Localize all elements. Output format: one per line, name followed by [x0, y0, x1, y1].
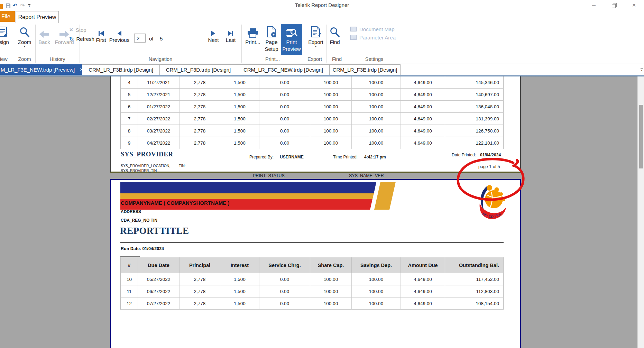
doc-tab-label: CRM_LR_F3D.trdp [Design]	[166, 67, 231, 73]
vertical-scrollbar[interactable]	[637, 76, 644, 348]
back-button[interactable]: Back	[36, 24, 53, 56]
page-setup-label-2: Setup	[265, 46, 278, 52]
table-header-row: #Due DatePrincipalInterestService Chrg.S…	[121, 257, 503, 273]
table-row: 411/27/2021 2,7781,500 0.00100.00 100.00…	[121, 76, 503, 89]
svg-text:PFCCO 1960: PFCCO 1960	[482, 212, 502, 219]
page-setup-icon	[266, 24, 277, 38]
column-header: Amount Due	[401, 257, 445, 273]
doc-tab-f3e[interactable]: CRM_LR_F3E.trdp [Design]	[330, 64, 401, 75]
table-row: 601/27/2022 2,7781,500 0.00100.00 100.00…	[121, 101, 503, 113]
column-header: Principal	[180, 257, 220, 273]
page-of-label: of	[149, 36, 154, 42]
parameter-area-label: Parameter Area	[359, 35, 396, 40]
zoom-button[interactable]: Zoom ▼	[15, 24, 34, 56]
date-printed-value: 01/04/2024	[480, 153, 501, 157]
group-label-history: History	[44, 56, 71, 63]
provider-name: SYS_PROVIDER	[121, 150, 173, 158]
close-icon[interactable]: ✕	[80, 67, 82, 72]
export-icon	[310, 24, 322, 38]
ribbon-body: esign Zoom ▼ Back Forward ✕ Stop	[0, 23, 644, 64]
group-separator	[35, 25, 36, 63]
first-page-button[interactable]: First	[93, 27, 109, 58]
tab-list-dropdown-icon[interactable]: ▼	[641, 66, 643, 73]
chevron-down-icon: ▼	[23, 45, 26, 48]
parameter-area-button[interactable]: Parameter Area	[350, 34, 396, 41]
forward-icon	[58, 24, 70, 38]
doc-tab-label: M_LR_F3E_NEW.trdp [Preview]	[1, 67, 75, 73]
doc-tab-preview-active[interactable]: M_LR_F3E_NEW.trdp [Preview] ✕	[0, 64, 82, 75]
column-header: Outstanding Bal.	[445, 257, 504, 273]
print-status: PRINT_STATUS	[253, 173, 285, 178]
company-address: ADDRESS	[121, 209, 141, 214]
doc-tab-label: CRM_LR_F3C_NEW.trdp [Design]	[243, 67, 323, 73]
page-total-label: 5	[160, 36, 163, 42]
last-page-button[interactable]: Last	[223, 27, 238, 58]
minimize-button[interactable]: ─	[584, 0, 604, 10]
find-icon	[329, 24, 340, 38]
group-separator	[241, 25, 242, 63]
previous-page-button[interactable]: Previous	[109, 27, 129, 58]
time-printed-value: 4:42:17 pm	[364, 155, 386, 159]
column-header: Savings Dep.	[352, 257, 401, 273]
company-registration: CDA_REG_NO TIN	[121, 218, 157, 223]
find-button[interactable]: Find	[326, 24, 343, 56]
report-page-2: PFCCO 1960 COMPANYNAME ( COMPANYSHORTNAM…	[110, 179, 521, 348]
document-map-icon	[350, 27, 357, 31]
provider-tin: SYS_PROVIDER_TIN	[121, 168, 157, 173]
print-preview-button[interactable]: Print Preview	[281, 24, 302, 55]
table-row: 1207/27/2022 2,7781,500 0.00100.00 100.0…	[121, 297, 503, 310]
table-row: 803/27/2022 2,7781,500 0.00100.00 100.00…	[121, 125, 503, 137]
zoom-label: Zoom	[18, 39, 31, 45]
titlebar: ↶ ↷ ▼ Telerik Report Designer ─ ✕	[0, 0, 644, 11]
chevron-down-icon: ▼	[314, 45, 317, 48]
column-header: Service Chrg.	[259, 257, 310, 273]
table-row: 702/27/2022 2,7781,500 0.00100.00 100.00…	[121, 113, 503, 125]
table-row: 1106/27/2022 2,7781,500 0.00100.00 100.0…	[121, 285, 503, 297]
restore-button[interactable]	[604, 0, 624, 10]
zoom-icon	[19, 24, 30, 38]
design-button[interactable]: esign	[0, 24, 12, 56]
close-button[interactable]: ✕	[624, 0, 644, 10]
doc-tab-f3b[interactable]: CRM_LR_F3B.trdp [Design]	[82, 64, 160, 75]
group-label-navigation: Navigation	[140, 56, 181, 63]
provider-location: SYS_PROVIDER_LOCATION,	[121, 164, 170, 168]
hash-column-tick	[120, 256, 140, 257]
loan-table-page2: #Due DatePrincipalInterestService Chrg.S…	[120, 257, 504, 310]
doc-tab-label: CRM_LR_F3E.trdp [Design]	[333, 67, 397, 73]
window-controls: ─ ✕	[584, 0, 644, 11]
ribbon-tab-row: File Report Preview	[0, 11, 644, 23]
scrollbar-thumb[interactable]	[639, 105, 643, 168]
export-button[interactable]: Export ▼	[306, 24, 326, 56]
page-number-input[interactable]	[134, 34, 146, 43]
red-circle-annotation	[455, 157, 526, 202]
document-map-button[interactable]: Document Map	[350, 25, 395, 33]
report-preview-area: 411/27/2021 2,7781,500 0.00100.00 100.00…	[0, 76, 637, 348]
report-title: REPORTTITLE	[120, 226, 189, 236]
print-preview-label-2: Preview	[282, 46, 301, 52]
page-setup-label-1: Page	[265, 39, 277, 45]
company-name: COMPANYNAME ( COMPANYSHORTNAME )	[121, 200, 229, 206]
print-button[interactable]: Print...	[243, 24, 262, 56]
first-icon	[98, 27, 104, 36]
run-date: Run Date: 01/04/2024	[121, 246, 164, 251]
back-icon	[38, 24, 50, 38]
group-separator	[402, 25, 402, 63]
back-label: Back	[38, 39, 50, 45]
next-label: Next	[208, 37, 219, 43]
print-preview-icon	[286, 24, 297, 38]
tab-report-preview[interactable]: Report Preview	[16, 11, 59, 23]
document-map-label: Document Map	[359, 26, 395, 32]
prepared-by-label: Prepared By:	[249, 155, 274, 159]
last-icon	[228, 27, 234, 36]
column-header: #	[121, 257, 138, 273]
design-label: esign	[0, 39, 9, 45]
loan-table-page1: 411/27/2021 2,7781,500 0.00100.00 100.00…	[120, 76, 504, 149]
doc-tab-f3d[interactable]: CRM_LR_F3D.trdp [Design]	[160, 64, 237, 75]
window-title: Telerik Report Designer	[0, 2, 644, 8]
tab-file[interactable]: File	[0, 11, 15, 22]
page-setup-button[interactable]: Page Setup	[263, 24, 280, 56]
doc-tab-f3c-new[interactable]: CRM_LR_F3C_NEW.trdp [Design]	[237, 64, 330, 75]
next-icon	[211, 27, 216, 36]
stop-label: Stop	[76, 27, 86, 33]
next-page-button[interactable]: Next	[205, 27, 221, 58]
